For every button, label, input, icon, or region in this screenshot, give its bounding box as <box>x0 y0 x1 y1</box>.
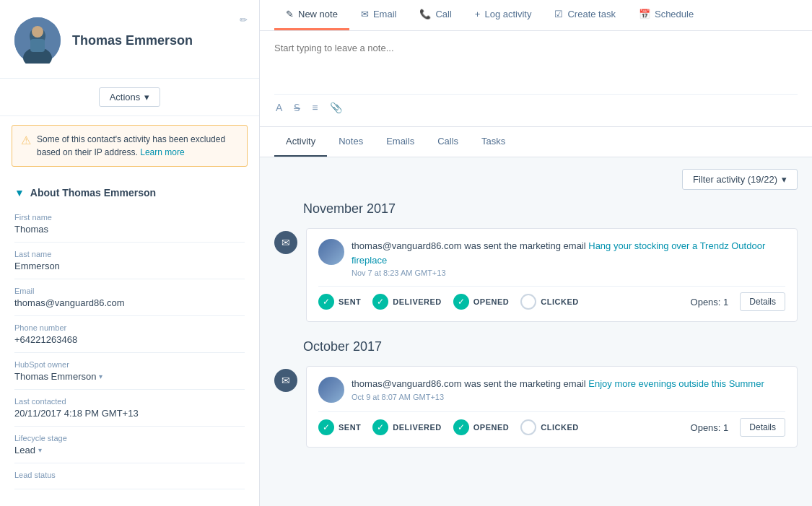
filter-button[interactable]: Filter activity (19/22) ▾ <box>682 169 798 190</box>
month-group-november: November 2017 ✉ thomas@vanguard86.com wa… <box>274 201 798 322</box>
email-icon: ✉ <box>361 9 369 19</box>
email-field: Email thomas@vanguard86.com <box>14 279 245 316</box>
delivered-badge: ✓ DELIVERED <box>372 294 441 310</box>
calendar-icon: 📅 <box>639 9 650 19</box>
delivered-badge-2: ✓ DELIVERED <box>372 419 441 435</box>
svg-point-3 <box>32 26 43 38</box>
top-tab-bar: ✎ New note ✉ Email 📞 Call + Log activity… <box>260 0 812 31</box>
email-subject-link-2[interactable]: Enjoy more evenings outside this Summer <box>588 378 764 389</box>
tab-log-activity[interactable]: + Log activity <box>463 0 543 30</box>
owner-dropdown-icon[interactable]: ▾ <box>99 372 102 380</box>
month-header-november: November 2017 <box>274 201 798 217</box>
activity-tabs: Activity Notes Emails Calls Tasks <box>260 127 812 157</box>
clicked-icon-2 <box>520 419 536 435</box>
contact-name: Thomas Emmerson <box>72 33 193 48</box>
text-format-icon[interactable]: A <box>274 100 284 115</box>
activity-card-2: thomas@vanguard86.com was sent the marke… <box>306 366 798 448</box>
mini-avatar <box>318 239 344 265</box>
tab-email[interactable]: ✉ Email <box>349 0 409 30</box>
delivered-icon: ✓ <box>372 294 388 310</box>
mini-avatar-2 <box>318 377 344 403</box>
opened-icon: ✓ <box>453 294 469 310</box>
section-header: ▼ About Thomas Emmerson <box>0 175 259 206</box>
sent-icon-2: ✓ <box>318 419 334 435</box>
attachment-icon[interactable]: 📎 <box>328 100 344 115</box>
tab-tasks[interactable]: Tasks <box>470 127 517 157</box>
activity-card: thomas@vanguard86.com was sent the marke… <box>306 228 798 322</box>
tab-schedule[interactable]: 📅 Schedule <box>627 0 705 30</box>
edit-icon[interactable]: ✏ <box>240 14 248 25</box>
details-button-2[interactable]: Details <box>740 418 785 437</box>
email-status-row: ✓ SENT ✓ DELIVERED ✓ OPENED <box>318 286 785 311</box>
activity-content: Filter activity (19/22) ▾ November 2017 … <box>260 157 812 476</box>
lifecycle-field: Lifecycle stage Lead ▾ <box>14 427 245 463</box>
sent-badge-2: ✓ SENT <box>318 419 361 435</box>
note-area: A S̶ ≡ 📎 <box>260 31 812 127</box>
warning-text: Some of this contact's activity has been… <box>37 133 238 159</box>
contact-fields: First name Thomas Last name Emmerson Ema… <box>0 206 259 504</box>
section-toggle-icon[interactable]: ▼ <box>14 187 25 199</box>
sent-icon: ✓ <box>318 294 334 310</box>
month-header-october: October 2017 <box>274 339 798 354</box>
avatar <box>14 17 61 64</box>
svg-rect-4 <box>30 39 45 52</box>
actions-bar: Actions ▾ <box>0 79 259 116</box>
strikethrough-icon[interactable]: S̶ <box>292 100 302 115</box>
tab-notes[interactable]: Notes <box>327 127 375 157</box>
warning-banner: ⚠ Some of this contact's activity has be… <box>12 125 248 167</box>
tab-emails[interactable]: Emails <box>375 127 426 157</box>
note-icon: ✎ <box>286 9 294 19</box>
last-name-field: Last name Emmerson <box>14 243 245 279</box>
details-button[interactable]: Details <box>740 292 785 311</box>
tab-new-note[interactable]: ✎ New note <box>274 0 349 30</box>
opens-count: Opens: 1 <box>691 297 729 307</box>
filter-bar: Filter activity (19/22) ▾ <box>274 169 798 190</box>
owner-field: HubSpot owner Thomas Emmerson ▾ <box>14 353 245 390</box>
timeline-item: ✉ thomas@vanguard86.com was sent the mar… <box>274 228 798 322</box>
lead-status-field: Lead status <box>14 463 245 489</box>
note-input[interactable] <box>274 43 798 86</box>
plus-icon: + <box>475 9 481 19</box>
phone-field: Phone number +64221263468 <box>14 316 245 353</box>
chevron-down-icon: ▾ <box>144 92 149 102</box>
contact-header: Thomas Emmerson ✏ <box>0 0 259 79</box>
note-toolbar: A S̶ ≡ 📎 <box>274 94 798 115</box>
warning-icon: ⚠ <box>21 134 31 147</box>
opened-badge-2: ✓ OPENED <box>453 419 509 435</box>
tab-activity[interactable]: Activity <box>274 127 327 157</box>
left-panel: Thomas Emmerson ✏ Actions ▾ ⚠ Some of th… <box>0 0 260 506</box>
month-group-october: October 2017 ✉ thomas@vanguard86.com was… <box>274 339 798 448</box>
last-contacted-field: Last contacted 20/11/2017 4:18 PM GMT+13 <box>14 390 245 427</box>
clicked-badge-2: CLICKED <box>520 419 578 435</box>
activity-card-header-2: thomas@vanguard86.com was sent the marke… <box>318 377 785 403</box>
tab-create-task[interactable]: ☑ Create task <box>543 0 627 30</box>
phone-icon: 📞 <box>419 9 431 19</box>
email-timeline-icon: ✉ <box>274 231 297 254</box>
task-icon: ☑ <box>554 9 563 19</box>
tab-calls[interactable]: Calls <box>426 127 470 157</box>
delivered-icon-2: ✓ <box>372 419 388 435</box>
clicked-badge: CLICKED <box>520 294 578 310</box>
list-icon[interactable]: ≡ <box>310 100 319 115</box>
right-panel: ✎ New note ✉ Email 📞 Call + Log activity… <box>260 0 812 506</box>
timeline-item: ✉ thomas@vanguard86.com was sent the mar… <box>274 366 798 448</box>
learn-more-link[interactable]: Learn more <box>140 147 184 157</box>
actions-button[interactable]: Actions ▾ <box>99 87 161 107</box>
opened-icon-2: ✓ <box>453 419 469 435</box>
email-status-row-2: ✓ SENT ✓ DELIVERED ✓ OPENED <box>318 411 785 437</box>
email-timeline-icon-2: ✉ <box>274 369 297 392</box>
sent-badge: ✓ SENT <box>318 294 361 310</box>
opens-count-2: Opens: 1 <box>691 422 729 433</box>
clicked-icon <box>520 294 536 310</box>
opened-badge: ✓ OPENED <box>453 294 509 310</box>
first-name-field: First name Thomas <box>14 206 245 243</box>
lifecycle-dropdown-icon[interactable]: ▾ <box>38 446 42 454</box>
chevron-down-icon: ▾ <box>782 174 787 185</box>
activity-card-header: thomas@vanguard86.com was sent the marke… <box>318 239 785 277</box>
section-title: About Thomas Emmerson <box>30 187 156 199</box>
tab-call[interactable]: 📞 Call <box>408 0 463 30</box>
